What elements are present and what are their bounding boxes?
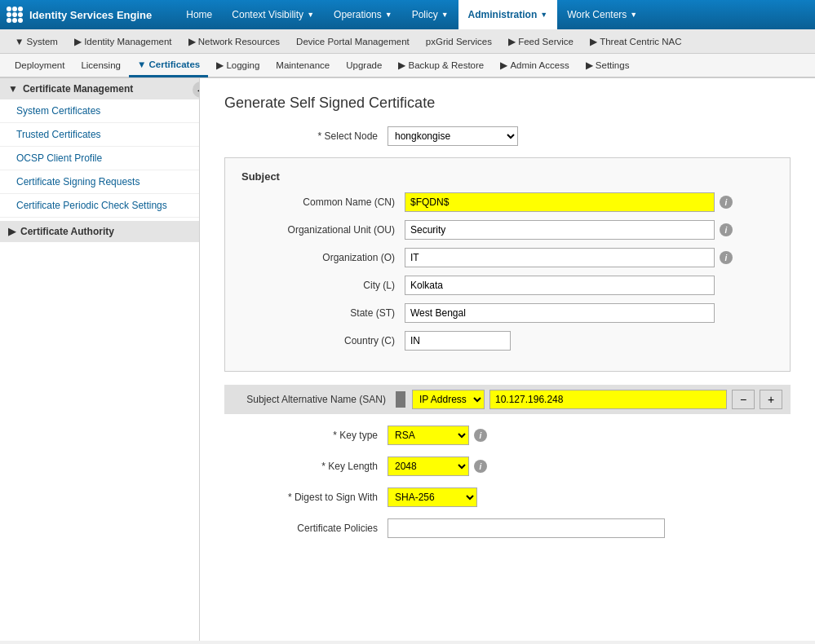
key-type-info-icon[interactable]: i xyxy=(474,429,487,442)
key-length-select[interactable]: 512 1024 2048 4096 xyxy=(388,457,469,476)
san-row: Subject Alternative Name (SAN) IP Addres… xyxy=(224,385,791,414)
main-layout: ◀ ▼ Certificate Management System Certif… xyxy=(0,78,815,641)
nav-administration[interactable]: Administration ▼ xyxy=(458,0,558,29)
sidebar-item-ocsp-client-profile[interactable]: OCSP Client Profile xyxy=(0,147,199,170)
select-node-dropdown[interactable]: hongkongise xyxy=(388,126,518,146)
second-nav-bar: ▼ System ▶ Identity Management ▶ Network… xyxy=(0,29,815,54)
city-label: City (L) xyxy=(241,280,405,291)
tab-settings[interactable]: ▶ Settings xyxy=(578,53,638,77)
tab-logging[interactable]: ▶ Logging xyxy=(208,53,268,77)
san-minus-button[interactable]: − xyxy=(732,390,755,409)
top-nav-bar: Identity Services Engine Home Context Vi… xyxy=(0,0,815,29)
nav-feed-service[interactable]: ▶ Feed Service xyxy=(500,29,582,54)
cn-label: Common Name (CN) xyxy=(241,196,405,208)
tab-backup-restore[interactable]: ▶ Backup & Restore xyxy=(390,53,492,77)
cisco-logo: Identity Services Engine xyxy=(7,7,168,23)
nav-identity-management[interactable]: ▶ Identity Management xyxy=(66,29,180,54)
o-row: Organization (O) i xyxy=(241,248,773,267)
sidebar-item-certificate-signing-requests[interactable]: Certificate Signing Requests xyxy=(0,170,199,194)
o-label: Organization (O) xyxy=(241,252,405,263)
city-row: City (L) xyxy=(241,276,773,295)
state-input[interactable] xyxy=(405,303,715,323)
sidebar-section-certificate-authority[interactable]: ▶ Certificate Authority xyxy=(0,221,199,242)
country-label: Country (C) xyxy=(241,335,405,346)
digest-label: * Digest to Sign With xyxy=(224,492,388,503)
third-nav-bar: Deployment Licensing ▼ Certificates ▶ Lo… xyxy=(0,54,815,78)
tab-admin-access[interactable]: ▶ Admin Access xyxy=(492,53,577,77)
chevron-down-icon: ▼ xyxy=(385,11,392,19)
cert-policies-input[interactable] xyxy=(388,518,665,538)
top-nav-items: Home Context Visibility ▼ Operations ▼ P… xyxy=(176,0,808,29)
nav-home[interactable]: Home xyxy=(176,0,222,29)
cisco-dots-icon xyxy=(7,7,23,23)
nav-context-visibility[interactable]: Context Visibility ▼ xyxy=(222,0,324,29)
chevron-down-icon: ▼ xyxy=(307,11,314,19)
sidebar-item-trusted-certificates[interactable]: Trusted Certificates xyxy=(0,123,199,147)
cn-row: Common Name (CN) i xyxy=(241,192,773,212)
ou-label: Organizational Unit (OU) xyxy=(241,224,405,236)
sidebar: ◀ ▼ Certificate Management System Certif… xyxy=(0,78,200,641)
state-row: State (ST) xyxy=(241,303,773,323)
tab-licensing[interactable]: Licensing xyxy=(73,53,129,77)
nav-system[interactable]: ▼ System xyxy=(7,29,66,54)
tab-deployment[interactable]: Deployment xyxy=(7,53,73,77)
sidebar-item-certificate-periodic-check[interactable]: Certificate Periodic Check Settings xyxy=(0,194,199,218)
digest-select[interactable]: SHA-256 SHA-384 SHA-512 xyxy=(388,487,477,507)
ou-info-icon[interactable]: i xyxy=(720,223,733,236)
app-title: Identity Services Engine xyxy=(29,9,152,21)
sidebar-item-system-certificates[interactable]: System Certificates xyxy=(0,99,199,123)
cn-input[interactable] xyxy=(405,192,715,212)
digest-row: * Digest to Sign With SHA-256 SHA-384 SH… xyxy=(224,487,791,507)
nav-work-centers[interactable]: Work Centers ▼ xyxy=(557,0,647,29)
select-node-label: * Select Node xyxy=(224,130,388,142)
chevron-down-icon: ▼ xyxy=(630,11,637,19)
ou-row: Organizational Unit (OU) i xyxy=(241,220,773,240)
key-type-select[interactable]: RSA ECDSA xyxy=(388,426,469,445)
key-type-label: * Key type xyxy=(224,430,388,441)
o-input[interactable] xyxy=(405,248,715,267)
cn-info-icon[interactable]: i xyxy=(720,196,733,209)
chevron-down-icon: ▼ xyxy=(441,11,449,19)
city-input[interactable] xyxy=(405,276,715,295)
nav-network-resources[interactable]: ▶ Network Resources xyxy=(180,29,289,54)
cert-policies-label: Certificate Policies xyxy=(224,523,388,534)
cert-policies-row: Certificate Policies xyxy=(224,518,791,538)
nav-threat-centric-nac[interactable]: ▶ Threat Centric NAC xyxy=(582,29,690,54)
country-row: Country (C) xyxy=(241,331,773,351)
key-length-info-icon[interactable]: i xyxy=(474,460,487,473)
chevron-right-icon: ▶ xyxy=(8,226,16,237)
select-node-row: * Select Node hongkongise xyxy=(224,126,791,146)
sidebar-section-certificate-management[interactable]: ▼ Certificate Management xyxy=(0,78,199,99)
country-input[interactable] xyxy=(405,331,511,351)
tab-upgrade[interactable]: Upgrade xyxy=(338,53,390,77)
subject-section-title: Subject xyxy=(241,170,773,183)
state-label: State (ST) xyxy=(241,307,405,319)
tab-maintenance[interactable]: Maintenance xyxy=(268,53,338,77)
chevron-down-icon: ▼ xyxy=(8,83,18,95)
san-plus-button[interactable]: + xyxy=(760,390,782,409)
key-length-row: * Key Length 512 1024 2048 4096 i xyxy=(224,457,791,476)
tab-certificates[interactable]: ▼ Certificates xyxy=(129,53,208,77)
nav-policy[interactable]: Policy ▼ xyxy=(402,0,458,29)
key-type-row: * Key type RSA ECDSA i xyxy=(224,426,791,445)
san-label: Subject Alternative Name (SAN) xyxy=(233,394,396,405)
key-length-label: * Key Length xyxy=(224,461,388,472)
san-controls: IP Address DNS Email URI − + xyxy=(396,390,782,409)
san-value-input[interactable] xyxy=(489,390,727,409)
ou-input[interactable] xyxy=(405,220,715,240)
main-content: Generate Self Signed Certificate * Selec… xyxy=(200,78,815,641)
san-type-select[interactable]: IP Address DNS Email URI xyxy=(412,390,485,409)
subject-section: Subject Common Name (CN) i Organizationa… xyxy=(224,157,791,372)
nav-operations[interactable]: Operations ▼ xyxy=(324,0,402,29)
san-drag-handle xyxy=(396,391,405,408)
chevron-down-icon: ▼ xyxy=(540,11,547,19)
o-info-icon[interactable]: i xyxy=(720,251,733,264)
page-title: Generate Self Signed Certificate xyxy=(224,95,791,112)
nav-device-portal[interactable]: Device Portal Management xyxy=(288,29,418,54)
nav-pxgrid[interactable]: pxGrid Services xyxy=(418,29,500,54)
